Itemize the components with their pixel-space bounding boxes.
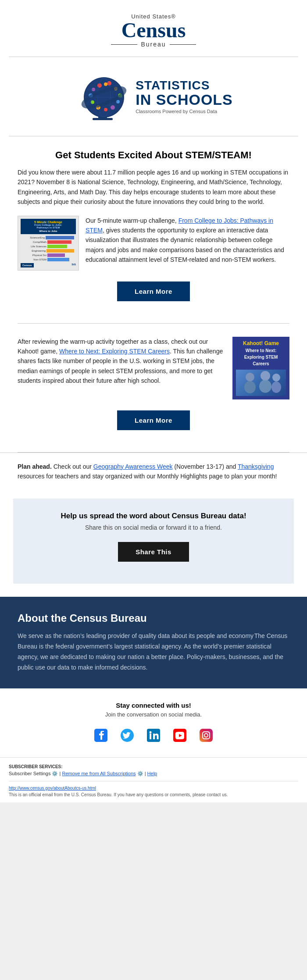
- activity1-section: 5 Minute Challenge From College to Jobs:…: [18, 216, 289, 271]
- kahoot-careers: Careers: [253, 361, 269, 366]
- activity1-image: 5 Minute Challenge From College to Jobs:…: [18, 216, 79, 271]
- plan-body: Check out our: [52, 463, 93, 470]
- geography-link[interactable]: Geography Awareness Week: [93, 463, 173, 470]
- footer-disclaimer: http://www.census.gov/aboutAboutcs-us.ht…: [9, 781, 298, 798]
- hero-body: Did you know there were about 11.7 milli…: [18, 167, 289, 207]
- linkedin-icon[interactable]: [145, 727, 162, 744]
- thanksgiving-link[interactable]: Thanksgiving: [238, 463, 274, 470]
- sis-title-block: STATISTICS IN SCHOOLS Classrooms Powered…: [136, 79, 233, 114]
- facebook-icon[interactable]: [92, 727, 110, 744]
- disclaimer-text: This is an official email from the U.S. …: [9, 792, 228, 797]
- activity2-btn-container: Learn More: [18, 410, 289, 430]
- about-section: About the Census Bureau We serve as the …: [0, 597, 307, 688]
- activity1-learn-more-button[interactable]: Learn More: [117, 282, 190, 301]
- hero-title: Get Students Excited About STEM/STEAM!: [18, 150, 289, 161]
- svg-rect-34: [173, 729, 186, 742]
- bar-row: Physical Sci: [22, 253, 74, 257]
- svg-point-9: [104, 108, 107, 111]
- plan-end: resources for teachers and stay organize…: [18, 473, 277, 480]
- settings-symbol: ⚙️: [52, 771, 58, 776]
- activity1-body: , gives students the opportunity to expl…: [86, 227, 284, 263]
- plan-bold: Plan ahead.: [18, 463, 52, 470]
- bureau-line: Bureau: [111, 41, 196, 48]
- about-title: About the Census Bureau: [18, 612, 289, 624]
- bar-row: Life Sciences: [22, 245, 74, 248]
- share-this-button[interactable]: Share This: [118, 542, 189, 562]
- bar-row: Comp/Math: [22, 240, 74, 244]
- kahoot-where: Where to Next:: [246, 348, 277, 353]
- bar-row: Engineering: [22, 249, 74, 253]
- youtube-icon[interactable]: [171, 727, 189, 744]
- activity2-content: After reviewing the warm-up activity tog…: [0, 324, 307, 452]
- activity2-learn-more-button[interactable]: Learn More: [117, 410, 190, 430]
- email-wrapper: United States® Census Bureau: [0, 0, 307, 802]
- svg-point-24: [244, 381, 256, 393]
- activity1-intro: Our 5-minute warm-up challenge,: [86, 217, 178, 224]
- svg-point-15: [104, 82, 107, 86]
- logo-divider-left: [111, 44, 137, 45]
- kahoot-exploring: Exploring STEM: [244, 355, 278, 360]
- social-title: Stay connected with us!: [9, 702, 298, 709]
- share-title: Help us spread the word about Census Bur…: [22, 512, 285, 520]
- activity2-link[interactable]: Where to Next: Exploring STEM Careers: [59, 348, 170, 355]
- share-section: Help us spread the word about Census Bur…: [13, 499, 294, 584]
- svg-point-25: [261, 371, 270, 381]
- kahoot-photo: [236, 370, 286, 396]
- statistics-text: STATISTICS: [136, 79, 233, 93]
- subscriber-services-label: SUBSCRIBER SERVICES:: [9, 764, 298, 769]
- activity1-text: Our 5-minute warm-up challenge, From Col…: [86, 216, 289, 265]
- svg-rect-32: [150, 734, 151, 739]
- activity2-image: Kahoot! Game Where to Next: Exploring ST…: [232, 337, 289, 399]
- svg-point-26: [259, 380, 271, 393]
- census-word: Census: [111, 20, 196, 41]
- subscriber-settings-text: Subscriber Settings: [9, 771, 50, 776]
- svg-point-14: [97, 83, 102, 88]
- social-subtitle: Join the conversation on social media.: [9, 711, 298, 718]
- kahoot-title: Kahoot! Game: [243, 340, 279, 346]
- footer-links: Subscriber Settings ⚙️ | Remove me from …: [9, 771, 298, 777]
- main-content: Get Students Excited About STEM/STEAM! D…: [0, 136, 307, 323]
- plan-middle: (November 13-17) and: [173, 463, 238, 470]
- globe-svg: [74, 70, 131, 123]
- activity2-text-block: After reviewing the warm-up activity tog…: [18, 337, 226, 386]
- bureau-word: Bureau: [141, 41, 166, 48]
- activity2-text: After reviewing the warm-up activity tog…: [18, 337, 226, 386]
- activity1-img-header: 5 Minute Challenge From College to Jobs:…: [21, 219, 76, 234]
- logo-divider-right: [170, 44, 196, 45]
- help-link[interactable]: Help: [147, 771, 157, 776]
- footer: SUBSCRIBER SERVICES: Subscriber Settings…: [0, 757, 307, 802]
- svg-point-33: [150, 731, 152, 733]
- social-icons: [9, 727, 298, 744]
- footer-url[interactable]: http://www.census.gov/aboutAboutcs-us.ht…: [9, 786, 96, 791]
- share-btn-container: Share This: [22, 542, 285, 562]
- plan-text: Plan ahead. Check out our Geography Awar…: [18, 462, 289, 481]
- instagram-icon[interactable]: [197, 727, 215, 744]
- svg-rect-35: [200, 729, 213, 742]
- plan-section: Plan ahead. Check out our Geography Awar…: [0, 453, 307, 490]
- svg-point-38: [208, 732, 209, 733]
- sis-banner: STATISTICS IN SCHOOLS Classrooms Powered…: [0, 57, 307, 136]
- bar-row: Science/Eng: [22, 236, 74, 239]
- activity2-section: After reviewing the warm-up activity tog…: [18, 337, 289, 399]
- sis-subtitle: Classrooms Powered by Census Data: [136, 109, 233, 114]
- about-body: We serve as the nation’s leading provide…: [18, 631, 289, 673]
- sis-globe: [74, 70, 131, 123]
- bar-row: Non-STEM: [22, 258, 74, 261]
- remove-subscriptions-link[interactable]: Remove me from All Subscriptions: [62, 771, 136, 776]
- svg-rect-1: [93, 118, 113, 120]
- activity1-btn-container: Learn More: [18, 282, 289, 301]
- svg-point-23: [246, 373, 254, 381]
- svg-point-28: [271, 381, 281, 393]
- census-logo: United States® Census Bureau: [111, 13, 196, 48]
- in-schools-text: IN SCHOOLS: [136, 92, 233, 107]
- header: United States® Census Bureau: [0, 0, 307, 57]
- activity1-img-footer: Census SiS: [21, 261, 76, 267]
- twitter-icon[interactable]: [118, 727, 136, 744]
- activity1-chart: Science/Eng Comp/Math Life Sciences Engi…: [21, 236, 76, 261]
- svg-point-27: [272, 374, 280, 381]
- social-section: Stay connected with us! Join the convers…: [0, 688, 307, 757]
- share-subtitle: Share this on social media or forward it…: [22, 524, 285, 531]
